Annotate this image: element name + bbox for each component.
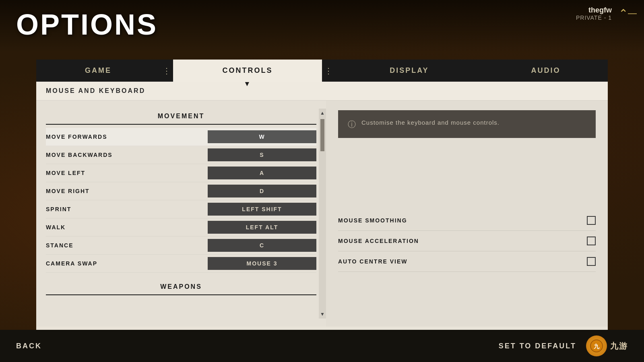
tab-dots-left: ⋮ (160, 60, 173, 82)
username: thegfw (576, 6, 612, 14)
control-name-camera-swap: CAMERA SWAP (46, 260, 208, 267)
control-row-move-right[interactable]: MOVE RIGHT D (46, 182, 316, 200)
content-area: MOVEMENT MOVE FORWARDS W MOVE BACKWARDS … (36, 101, 608, 327)
control-key-camera-swap[interactable]: MOUSE 3 (208, 257, 316, 270)
control-name-sprint: SPRINT (46, 206, 208, 212)
control-row-move-forwards[interactable]: MOVE FORWARDS W (46, 128, 316, 146)
control-row-sprint[interactable]: SPRINT LEFT SHIFT (46, 200, 316, 218)
mouse-acceleration-checkbox[interactable] (587, 237, 596, 245)
control-key-move-backwards[interactable]: S (208, 148, 316, 161)
control-row-move-backwards[interactable]: MOVE BACKWARDS S (46, 146, 316, 164)
controls-panel: MOVEMENT MOVE FORWARDS W MOVE BACKWARDS … (36, 101, 326, 327)
tab-audio[interactable]: AUDIO (484, 60, 608, 82)
control-name-move-forwards: MOVE FORWARDS (46, 134, 208, 140)
section-header: MOUSE AND KEYBOARD (36, 82, 608, 101)
control-row-walk[interactable]: WALK LEFT ALT (46, 218, 316, 237)
mouse-smoothing-label: MOUSE SMOOTHING (338, 217, 407, 224)
back-button[interactable]: BACK (16, 342, 42, 350)
mouse-smoothing-row: MOUSE SMOOTHING (338, 210, 596, 231)
header: OPTIONS (0, 0, 644, 52)
tab-controls[interactable]: CONTROLS (173, 60, 322, 82)
control-key-sprint[interactable]: LEFT SHIFT (208, 203, 316, 216)
tab-game[interactable]: GAME (36, 60, 160, 82)
info-box: ⓘ Customise the keyboard and mouse contr… (338, 110, 596, 138)
mouse-acceleration-row: MOUSE ACCELERATION (338, 231, 596, 251)
logo-area: 九 九游 (586, 335, 628, 356)
auto-centre-view-checkbox[interactable] (587, 257, 596, 266)
auto-centre-view-label: AUTO CENTRE VIEW (338, 258, 408, 265)
mouse-options: MOUSE SMOOTHING MOUSE ACCELERATION AUTO … (338, 210, 596, 272)
chevron-up-icon[interactable]: ⌃ (619, 8, 628, 19)
set-to-default-label: SET TO DEFAULT (499, 342, 576, 350)
control-row-stance[interactable]: STANCE C (46, 237, 316, 255)
mouse-acceleration-label: MOUSE ACCELERATION (338, 238, 419, 244)
control-name-stance: STANCE (46, 242, 208, 249)
logo-text: 九游 (610, 341, 628, 352)
auto-centre-view-row: AUTO CENTRE VIEW (338, 251, 596, 272)
mouse-smoothing-checkbox[interactable] (587, 216, 596, 225)
logo-icon: 九 (586, 335, 607, 356)
set-to-default-button[interactable]: SET TO DEFAULT (499, 342, 576, 350)
control-row-camera-swap[interactable]: CAMERA SWAP MOUSE 3 (46, 255, 316, 273)
control-name-move-left: MOVE LEFT (46, 170, 208, 176)
page-title: OPTIONS (16, 10, 158, 39)
control-key-walk[interactable]: LEFT ALT (208, 221, 316, 234)
control-key-move-forwards[interactable]: W (208, 130, 316, 143)
control-name-walk: WALK (46, 224, 208, 230)
back-label: BACK (16, 342, 42, 350)
main-content: GAME ⋮ CONTROLS ⋮ DISPLAY AUDIO MOUSE AN… (36, 60, 608, 330)
control-key-stance[interactable]: C (208, 239, 316, 252)
info-panel: ⓘ Customise the keyboard and mouse contr… (326, 101, 608, 327)
control-row-move-left[interactable]: MOVE LEFT A (46, 164, 316, 182)
info-icon: ⓘ (348, 119, 356, 130)
category-weapons: WEAPONS (46, 279, 316, 295)
category-movement-header: MOVEMENT (46, 109, 316, 125)
user-rank: PRIVATE - 1 (576, 14, 612, 21)
bottom-bar: BACK SET TO DEFAULT 九 九游 (0, 330, 644, 362)
control-key-move-left[interactable]: A (208, 167, 316, 179)
tab-dots-right: ⋮ (322, 60, 335, 82)
category-weapons-header: WEAPONS (46, 279, 316, 295)
scrollbar-thumb[interactable] (320, 119, 324, 151)
tabs-bar: GAME ⋮ CONTROLS ⋮ DISPLAY AUDIO (36, 60, 608, 82)
scroll-up-button[interactable]: ▲ (319, 109, 326, 117)
minimize-button[interactable]: — (628, 8, 637, 19)
control-name-move-right: MOVE RIGHT (46, 188, 208, 194)
scrollbar-track: ▲ ▼ (319, 109, 326, 319)
info-text: Customise the keyboard and mouse control… (361, 118, 500, 128)
category-movement: MOVEMENT MOVE FORWARDS W MOVE BACKWARDS … (46, 109, 316, 273)
control-key-move-right[interactable]: D (208, 185, 316, 197)
user-info: thegfw PRIVATE - 1 (576, 6, 612, 21)
scroll-down-button[interactable]: ▼ (319, 310, 326, 319)
svg-text:九: 九 (593, 343, 600, 350)
control-name-move-backwards: MOVE BACKWARDS (46, 152, 208, 158)
tab-display[interactable]: DISPLAY (335, 60, 484, 82)
